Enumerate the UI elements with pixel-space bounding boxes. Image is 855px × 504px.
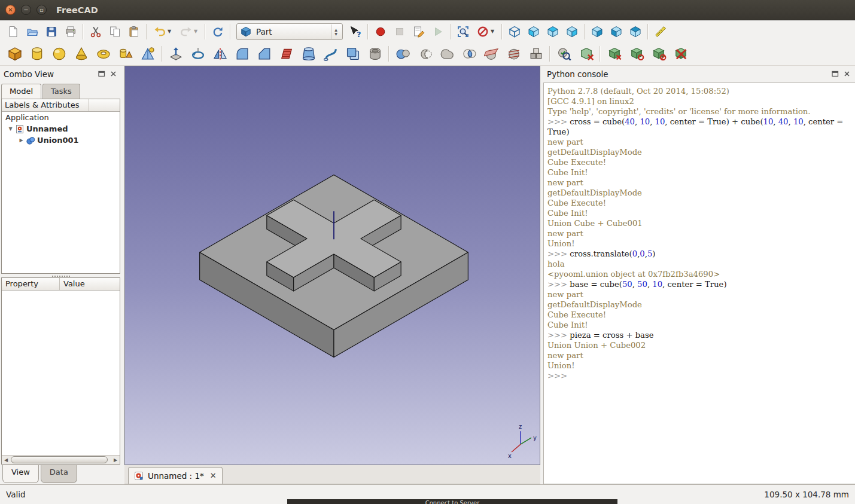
part-box-button[interactable] — [4, 44, 25, 64]
scroll-left-icon[interactable]: ◀ — [2, 457, 10, 463]
close-panel-button[interactable] — [842, 69, 851, 78]
expander-closed-icon[interactable]: ▶ — [17, 138, 25, 143]
document-area: z y x Unnamed : 1* ✕ — [124, 66, 540, 484]
revolve-button[interactable] — [187, 44, 208, 64]
join-cutout-button[interactable] — [648, 44, 669, 64]
redo-button[interactable]: ▼ — [177, 23, 202, 41]
view-top-button[interactable] — [544, 23, 562, 41]
console-line: Cube Init! — [547, 208, 851, 218]
copy-button[interactable] — [106, 23, 124, 41]
fillet-button[interactable] — [232, 44, 252, 64]
view-rear-button[interactable] — [588, 23, 606, 41]
value-column-header[interactable]: Value — [60, 278, 89, 290]
view-left-button[interactable] — [626, 23, 644, 41]
thickness-button[interactable] — [364, 44, 385, 64]
print-button[interactable] — [62, 23, 80, 41]
cross-sections-button[interactable] — [503, 44, 524, 64]
shape-builder-button[interactable] — [137, 44, 158, 64]
window-maximize-button[interactable]: ▫ — [36, 5, 47, 15]
check-geometry-button[interactable] — [553, 44, 574, 64]
part-cone-button[interactable] — [71, 44, 92, 64]
view-bottom-button[interactable] — [607, 23, 625, 41]
view-right-button[interactable] — [563, 23, 581, 41]
tab-view[interactable]: View — [2, 465, 39, 483]
console-line: Cube Execute! — [547, 198, 851, 208]
horizontal-scrollbar[interactable]: ◀ ▶ — [2, 455, 120, 464]
extrude-button[interactable] — [165, 44, 186, 64]
defeaturing-button[interactable] — [576, 44, 597, 64]
part-cylinder-button[interactable] — [26, 44, 47, 64]
boolean-union-button[interactable] — [437, 44, 458, 64]
mirror-button[interactable] — [209, 44, 230, 64]
document-tab[interactable]: Unnamed : 1* ✕ — [128, 467, 223, 484]
window-close-button[interactable]: ✕ — [5, 5, 16, 15]
workbench-spinner-icon[interactable]: ▲▼ — [331, 25, 340, 39]
cut-button[interactable] — [87, 23, 105, 41]
scrollbar-track[interactable] — [10, 456, 111, 464]
refresh-button[interactable] — [209, 23, 227, 41]
float-panel-button[interactable] — [97, 69, 106, 78]
tab-tasks[interactable]: Tasks — [42, 84, 80, 99]
console-line: >>> cross.translate(0,0,5) — [547, 249, 851, 259]
compound-button[interactable] — [525, 44, 546, 64]
dropdown-arrow-icon[interactable]: ▼ — [193, 29, 199, 34]
fit-all-button[interactable] — [454, 23, 472, 41]
new-document-button[interactable] — [4, 23, 22, 41]
part-sphere-button[interactable] — [48, 44, 69, 64]
chamfer-button[interactable] — [254, 44, 275, 64]
workbench-selector[interactable]: Part▲▼ — [236, 23, 343, 40]
sweep-button[interactable] — [320, 44, 341, 64]
document-icon — [15, 124, 25, 134]
section-button[interactable] — [481, 44, 502, 64]
undo-button[interactable]: ▼ — [150, 23, 175, 41]
view-axonometric-button[interactable] — [506, 23, 524, 41]
boolean-button[interactable] — [392, 44, 413, 64]
model-pieza[interactable] — [200, 175, 468, 357]
macro-edit-button[interactable] — [410, 23, 428, 41]
tab-model[interactable]: Model — [1, 84, 41, 99]
scrollbar-thumb[interactable] — [11, 456, 108, 463]
dropdown-arrow-icon[interactable]: ▼ — [166, 29, 172, 34]
python-console-input[interactable]: Python 2.7.8 (default, Oct 20 2014, 15:0… — [543, 83, 855, 484]
loft-button[interactable] — [298, 44, 319, 64]
taskbar-fragment[interactable]: Connect to Server — [287, 499, 617, 504]
join-connect-button[interactable] — [604, 44, 625, 64]
float-panel-button[interactable] — [830, 69, 839, 78]
boolean-common-button[interactable] — [459, 44, 480, 64]
property-column-header[interactable]: Property — [2, 278, 60, 290]
paste-button[interactable] — [125, 23, 143, 41]
toolbar-separator — [161, 46, 162, 62]
bool-cut-icon — [418, 46, 433, 62]
part-torus-button[interactable] — [93, 44, 114, 64]
save-document-button[interactable] — [42, 23, 60, 41]
ruled-surface-button[interactable] — [276, 44, 297, 64]
whats-this-button[interactable]: ? — [346, 23, 364, 41]
join-embed-button[interactable] — [626, 44, 647, 64]
tree-item-application[interactable]: Application — [2, 112, 120, 123]
dimension-readout: 109.50 x 104.78 mm — [764, 490, 849, 499]
draw-style-button[interactable]: ▼ — [473, 23, 498, 41]
offset-button[interactable] — [342, 44, 363, 64]
macro-execute-button[interactable] — [429, 23, 447, 41]
macro-stop-button[interactable] — [391, 23, 409, 41]
dropdown-arrow-icon[interactable]: ▼ — [489, 29, 495, 34]
boolean-fragments-button[interactable] — [670, 44, 691, 64]
tree-item-union001[interactable]: ▶ Union001 — [2, 135, 120, 146]
expander-open-icon[interactable]: ▼ — [7, 126, 14, 132]
tree-item-unnamed[interactable]: ▼ Unnamed — [2, 123, 120, 135]
console-line: >>> — [547, 371, 851, 381]
window-minimize-button[interactable]: − — [21, 5, 31, 15]
tab-data[interactable]: Data — [41, 465, 77, 483]
3d-viewport[interactable]: z y x — [124, 66, 540, 465]
part-primitives-button[interactable] — [115, 44, 136, 64]
view-front-button[interactable] — [525, 23, 543, 41]
document-tab-close-icon[interactable]: ✕ — [210, 471, 217, 480]
boolean-cut-button[interactable] — [415, 44, 436, 64]
open-document-button[interactable] — [23, 23, 41, 41]
macro-record-button[interactable] — [372, 23, 390, 41]
close-panel-button[interactable] — [109, 69, 118, 78]
scroll-right-icon[interactable]: ▶ — [111, 457, 120, 463]
print-icon — [64, 25, 77, 38]
measure-distance-button[interactable] — [652, 23, 670, 41]
labels-attributes-header[interactable]: Labels & Attributes — [2, 99, 89, 111]
